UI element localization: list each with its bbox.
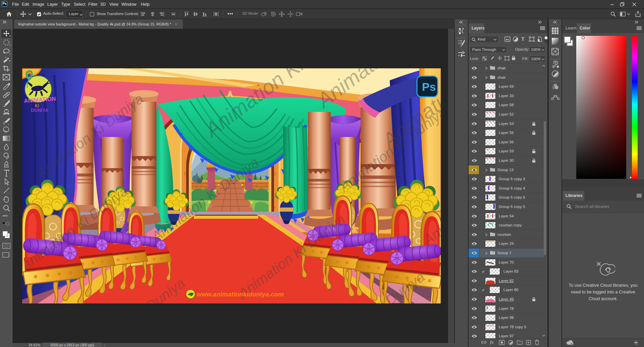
svg-text:Ps: Ps [422,80,436,93]
svg-text:DUNIYA: DUNIYA [31,108,48,113]
svg-text:www.animationkiduniya.com: www.animationkiduniya.com [197,291,284,298]
